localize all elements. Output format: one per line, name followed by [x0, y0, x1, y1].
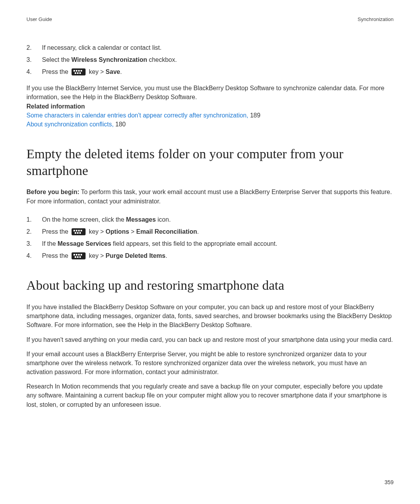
step-item: 2. Press the key > Options > Email Recon… [26, 227, 394, 236]
text-fragment: Press the [42, 228, 70, 235]
text-fragment: On the home screen, click the [42, 216, 126, 223]
steps-list-2: 1. On the home screen, click the Message… [26, 215, 394, 261]
text-fragment: . [120, 68, 122, 75]
paragraph: If you have installed the BlackBerry Des… [26, 303, 394, 330]
paragraph: If you use the BlackBerry Internet Servi… [26, 84, 394, 102]
related-page-ref: 189 [248, 112, 260, 119]
text-fragment: Select the [42, 56, 72, 63]
text-fragment: If the [42, 240, 58, 247]
before-you-begin: Before you begin: To perform this task, … [26, 187, 394, 205]
text-fragment: . [197, 228, 199, 235]
related-info-heading: Related information [26, 103, 394, 110]
bold-term: Messages [126, 216, 156, 223]
bold-term: Options [106, 228, 129, 235]
step-number: 4. [26, 67, 42, 76]
step-number: 4. [26, 251, 42, 260]
header-left: User Guide [26, 16, 52, 22]
related-link-line: About synchronization conflicts, 180 [26, 120, 394, 129]
step-item: 1. On the home screen, click the Message… [26, 215, 394, 224]
related-page-ref: 180 [114, 121, 126, 128]
paragraph: If your email account uses a BlackBerry … [26, 350, 394, 377]
section-heading: About backing up and restoring smartphon… [26, 277, 394, 294]
paragraph: If you haven't saved anything on your me… [26, 335, 394, 344]
text-fragment: key > [87, 68, 106, 75]
step-number: 1. [26, 215, 42, 224]
header-right: Synchronization [358, 16, 394, 22]
before-text: To perform this task, your work email ac… [26, 189, 392, 204]
paragraph: Research In Motion recommends that you r… [26, 382, 394, 409]
text-fragment: icon. [156, 216, 171, 223]
step-item: 3. Select the Wireless Synchronization c… [26, 55, 394, 64]
blackberry-key-icon [72, 228, 86, 235]
bold-term: Purge Deleted Items [106, 252, 166, 259]
text-fragment: > [129, 228, 136, 235]
before-label: Before you begin: [26, 189, 79, 195]
page-number: 359 [385, 479, 394, 485]
related-link[interactable]: About synchronization conflicts, [26, 121, 114, 128]
step-number: 2. [26, 43, 42, 52]
step-number: 2. [26, 227, 42, 236]
section-heading: Empty the deleted items folder on your c… [26, 146, 394, 179]
step-text: Press the key > Options > Email Reconcil… [42, 227, 394, 236]
step-text: Press the key > Save. [42, 67, 394, 76]
text-fragment: key > [87, 228, 106, 235]
bold-term: Wireless Synchronization [72, 56, 147, 63]
text-fragment: Press the [42, 68, 70, 75]
step-item: 3. If the Message Services field appears… [26, 239, 394, 248]
backup-section-body: If you have installed the BlackBerry Des… [26, 303, 394, 409]
bold-term: Message Services [58, 240, 111, 247]
text-fragment: Press the [42, 252, 70, 259]
blackberry-key-icon [72, 252, 86, 259]
text-fragment: checkbox. [147, 56, 177, 63]
step-item: 2. If necessary, click a calendar or con… [26, 43, 394, 52]
step-number: 3. [26, 55, 42, 64]
blackberry-key-icon [72, 68, 86, 75]
step-text: If the Message Services field appears, s… [42, 239, 394, 248]
steps-list-1: 2. If necessary, click a calendar or con… [26, 43, 394, 77]
step-item: 4. Press the key > Save. [26, 67, 394, 76]
step-number: 3. [26, 239, 42, 248]
step-text: Select the Wireless Synchronization chec… [42, 55, 394, 64]
step-text: If necessary, click a calendar or contac… [42, 43, 394, 52]
bold-term: Save [106, 68, 120, 75]
text-fragment: key > [87, 252, 106, 259]
related-link-line: Some characters in calendar entries don'… [26, 111, 394, 120]
text-fragment: field appears, set this field to the app… [111, 240, 277, 247]
bold-term: Email Reconciliation [136, 228, 197, 235]
related-link[interactable]: Some characters in calendar entries don'… [26, 112, 248, 119]
step-item: 4. Press the key > Purge Deleted Items. [26, 251, 394, 260]
text-fragment: . [165, 252, 167, 259]
page-header: User Guide Synchronization [26, 16, 394, 22]
step-text: Press the key > Purge Deleted Items. [42, 251, 394, 260]
step-text: On the home screen, click the Messages i… [42, 215, 394, 224]
